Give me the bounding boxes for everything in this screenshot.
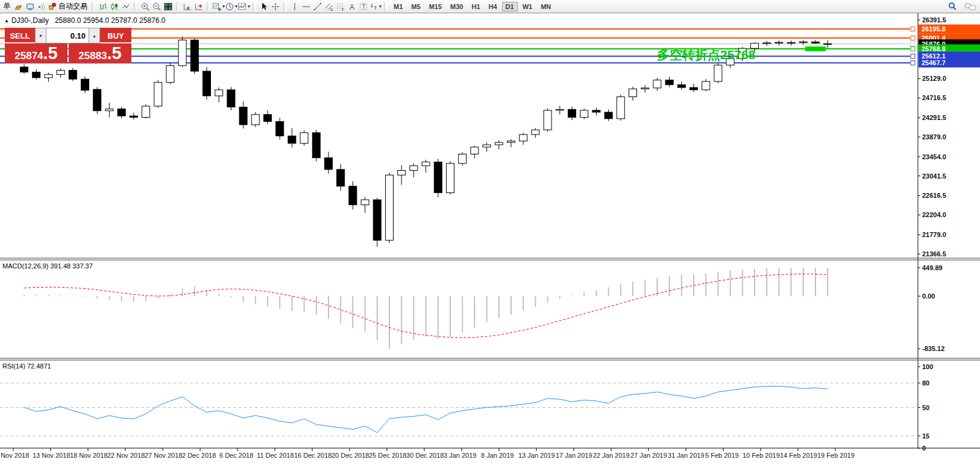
terminal-button[interactable] xyxy=(24,1,36,13)
candlestick xyxy=(422,162,430,166)
date-label: 13 Nov 2018 xyxy=(33,452,70,459)
date-label: 5 Feb 2019 xyxy=(705,452,739,459)
main-toolbar: 单 自动交易 xyxy=(0,0,980,13)
crosshair-icon xyxy=(271,2,280,11)
support-zone-highlight[interactable] xyxy=(805,46,826,51)
buy-price[interactable]: 25883 .5 xyxy=(69,43,131,63)
timeframe-button-W1[interactable]: W1 xyxy=(519,2,536,11)
timeframe-button-M15[interactable]: M15 xyxy=(426,2,445,11)
level-drag-handle-icon[interactable] xyxy=(911,54,915,59)
rsi-indicator-label: RSI(14) 72.4871 xyxy=(2,362,51,370)
autoscroll-icon xyxy=(183,2,192,11)
volume-down-button[interactable]: ▼ xyxy=(35,28,46,43)
annotation-text[interactable]: 多空转折点25768 xyxy=(657,48,756,62)
bars-chart-button[interactable] xyxy=(97,1,108,13)
text-tool-button[interactable]: A xyxy=(346,1,357,13)
templates-button[interactable]: ▾ xyxy=(237,1,250,13)
cursor-button[interactable] xyxy=(258,1,269,13)
level-drag-handle-icon[interactable] xyxy=(911,36,915,40)
crosshair-button[interactable] xyxy=(269,1,281,13)
candlestick xyxy=(300,133,308,144)
candlestick xyxy=(495,142,503,145)
price-axis-label: 21779.0 xyxy=(922,231,946,238)
timeframe-button-M1[interactable]: M1 xyxy=(390,2,406,11)
date-label: 14 Feb 2019 xyxy=(780,452,817,459)
chevron-down-icon[interactable]: ▾ xyxy=(248,4,250,9)
level-price-label[interactable]: 25467.7 xyxy=(922,59,946,66)
vertical-line-button[interactable] xyxy=(289,1,300,13)
candlestick xyxy=(702,81,710,90)
sell-button[interactable]: SELL xyxy=(5,28,35,43)
zoom-in-icon xyxy=(140,2,150,11)
level-drag-handle-icon[interactable] xyxy=(911,42,915,46)
signals-button[interactable] xyxy=(36,1,47,13)
new-order-button[interactable]: 单 xyxy=(1,1,13,13)
date-label: 11 Dec 2018 xyxy=(257,452,294,459)
date-label: 6 Dec 2018 xyxy=(219,452,253,459)
collapse-triangle-icon[interactable]: ▲ xyxy=(4,18,9,24)
candlestick xyxy=(264,115,272,122)
zoom-out-button[interactable] xyxy=(151,1,162,13)
search-button[interactable] xyxy=(947,1,958,13)
level-price-label[interactable]: 26195.8 xyxy=(922,25,946,33)
candles-chart-button[interactable] xyxy=(108,1,120,13)
price-axis-label: 24716.5 xyxy=(922,94,946,101)
candlestick xyxy=(483,145,491,147)
timeframe-button-H1[interactable]: H1 xyxy=(468,2,483,11)
candlestick xyxy=(178,40,186,65)
candlestick xyxy=(580,110,588,118)
candlestick xyxy=(215,90,223,96)
timeframe-button-M30[interactable]: M30 xyxy=(447,2,466,11)
autoscroll-button[interactable] xyxy=(181,1,193,13)
candlestick xyxy=(349,186,357,205)
label-tool-button[interactable]: T xyxy=(357,1,369,13)
candlestick xyxy=(166,66,174,83)
fibonacci-icon: F xyxy=(336,2,345,11)
buy-button[interactable]: BUY xyxy=(100,28,131,43)
label-tool-glyph: T xyxy=(362,4,365,10)
new-chart-button[interactable]: ▾ xyxy=(212,1,225,13)
zoom-in-button[interactable] xyxy=(139,1,151,13)
timeframe-button-MN[interactable]: MN xyxy=(537,2,554,11)
date-label: 30 Dec 2018 xyxy=(406,452,444,459)
arrows-tool-button[interactable]: ▾ xyxy=(369,1,382,13)
candlestick xyxy=(118,109,125,116)
candlestick xyxy=(33,72,40,78)
channel-sub-glyph: E xyxy=(330,7,333,11)
autotrading-button[interactable]: 自动交易 xyxy=(47,1,89,13)
level-drag-handle-icon[interactable] xyxy=(911,47,915,51)
timeframe-button-M5[interactable]: M5 xyxy=(407,2,424,11)
fibonacci-button[interactable]: F xyxy=(335,1,346,13)
timeframe-toolbar: M1M5M15M30H1H4D1W1MN xyxy=(389,2,555,11)
tile-windows-button[interactable] xyxy=(162,1,174,13)
sell-price[interactable]: 25874 .5 xyxy=(5,43,68,63)
channel-button[interactable]: E xyxy=(323,1,335,13)
timeframe-button-D1[interactable]: D1 xyxy=(502,2,518,11)
trendline-button[interactable] xyxy=(312,1,323,13)
chat-button[interactable] xyxy=(964,1,976,13)
periods-clock-icon xyxy=(225,2,234,11)
level-price-label[interactable]: 25768.8 xyxy=(922,45,946,52)
volume-up-button[interactable]: ▲ xyxy=(89,28,100,43)
price-axis-label: 23879.0 xyxy=(922,133,946,141)
chart-shift-button[interactable] xyxy=(193,1,204,13)
line-chart-button[interactable] xyxy=(120,1,131,13)
date-label: 22 Jan 2019 xyxy=(593,452,630,459)
search-icon xyxy=(947,1,958,11)
candlestick xyxy=(714,65,722,81)
level-drag-handle-icon[interactable] xyxy=(911,61,915,65)
periods-button[interactable]: ▾ xyxy=(225,1,237,13)
date-label: 2 Dec 2018 xyxy=(182,452,216,459)
volume-input[interactable] xyxy=(46,28,89,43)
macd-axis-label: 0.00 xyxy=(922,293,935,300)
text-tool-icon: A xyxy=(347,2,357,11)
chevron-down-icon[interactable]: ▾ xyxy=(379,4,382,9)
horizontal-line-button[interactable] xyxy=(300,1,312,13)
candlestick xyxy=(130,116,137,117)
arrows-tool-icon xyxy=(369,2,378,11)
gold-button[interactable] xyxy=(13,1,24,13)
toolbar-separator xyxy=(134,2,137,11)
toolbar-separator xyxy=(253,2,256,11)
level-drag-handle-icon[interactable] xyxy=(911,27,915,31)
timeframe-button-H4[interactable]: H4 xyxy=(485,2,501,11)
